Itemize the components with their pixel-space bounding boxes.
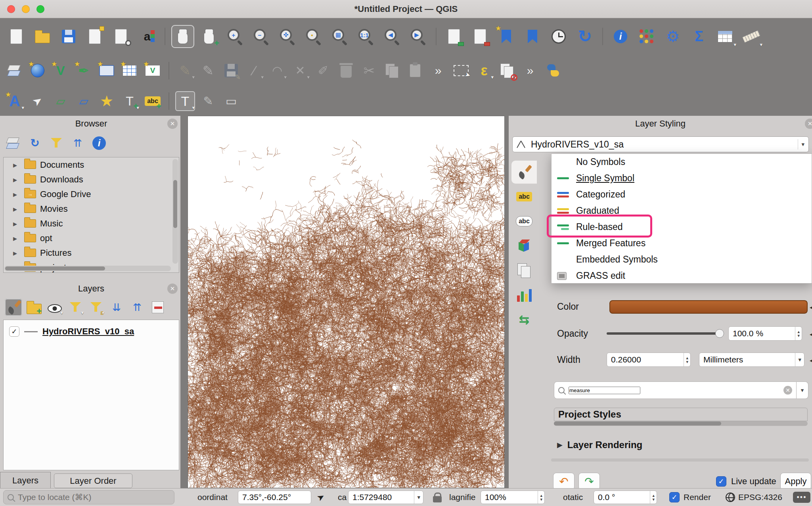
new-mesh-layer[interactable]: V★ — [143, 61, 163, 80]
symbol-search-input[interactable] — [569, 387, 640, 394]
save-layer-edits[interactable]: ✎ — [221, 61, 241, 80]
3d-view-tab[interactable] — [511, 234, 537, 257]
python-console[interactable] — [543, 61, 563, 80]
layer-checkbox[interactable]: ✓ — [9, 326, 19, 337]
stepper-icon[interactable]: ▴▾ — [795, 327, 802, 340]
remove-layer[interactable] — [149, 299, 167, 316]
zoom-out[interactable]: − — [250, 25, 273, 48]
text-annotation[interactable]: T+▾ — [120, 91, 140, 111]
zoom-in[interactable]: + — [224, 25, 247, 48]
new-3d-map-view[interactable] — [469, 25, 492, 48]
stepper-icon[interactable]: ▴▾ — [650, 491, 657, 504]
toolbar-overflow[interactable]: » — [428, 61, 448, 80]
expand-arrow-icon[interactable]: ▸ — [13, 204, 23, 214]
menu-item-rule-based[interactable]: Rule-based — [552, 219, 812, 235]
lock-scale-icon[interactable] — [433, 496, 442, 502]
new-spatialite-layer[interactable]: ★ — [97, 61, 117, 80]
filter-by-expression[interactable]: ε▾ — [87, 299, 105, 316]
scroll-left-icon[interactable]: ◀ — [810, 304, 812, 311]
symbol-search-box[interactable]: ✕ — [554, 381, 797, 399]
save-project[interactable] — [57, 25, 80, 48]
rotate-label[interactable]: ▱ — [74, 91, 94, 111]
statistical-summary[interactable]: Σ — [688, 25, 710, 48]
new-temporary-scratch-layer[interactable]: ✒★ — [74, 61, 94, 80]
width-spinbox[interactable]: ▴▾ — [607, 353, 691, 367]
history-tab[interactable]: ⇆ — [511, 308, 537, 331]
panel-scrollbar[interactable] — [551, 458, 809, 462]
add-circular-string[interactable]: ◠▾ — [267, 61, 287, 80]
browser-item-pictures[interactable]: ▸Pictures — [4, 245, 179, 260]
opacity-input[interactable] — [733, 329, 795, 338]
search-options-dropdown[interactable]: ▾ — [797, 381, 808, 399]
label-pointer[interactable]: ➤ — [28, 91, 48, 111]
pan-to-selection[interactable]: + — [197, 25, 220, 48]
project-styles-section[interactable]: Project Styles — [554, 408, 808, 421]
menu-item-merged-features[interactable]: Merged Features — [552, 235, 812, 251]
show-layout-manager[interactable] — [109, 25, 132, 48]
filter-browser[interactable] — [48, 134, 65, 152]
copy-features[interactable] — [382, 61, 402, 80]
refresh-browser[interactable]: ↻ — [26, 134, 44, 152]
minimize-window-button[interactable] — [22, 5, 30, 13]
browser-item-downloads[interactable]: ▸Downloads — [4, 172, 179, 187]
select-by-expression[interactable]: ε▾ — [474, 61, 494, 80]
messages-button[interactable]: ••• — [793, 492, 810, 503]
crs-globe-icon[interactable] — [726, 493, 735, 502]
menu-item-embedded-symbols[interactable]: Embedded Symbols — [552, 251, 812, 268]
apply-button[interactable]: Apply — [780, 473, 811, 490]
stepper-icon[interactable]: ▴▾ — [684, 353, 690, 366]
close-icon[interactable]: ✕ — [167, 284, 178, 294]
browser-item-documents[interactable]: ▸Documents — [4, 157, 179, 172]
width-input[interactable] — [611, 355, 684, 364]
filter-legend[interactable]: ▾ — [67, 299, 84, 316]
options[interactable]: ⚙ — [661, 25, 684, 48]
menu-item-categorized[interactable]: Categorized — [552, 186, 812, 203]
new-spatial-bookmark[interactable]: ★ — [495, 25, 518, 48]
expand-arrow-icon[interactable]: ▸ — [13, 160, 23, 170]
toolbar-overflow-2[interactable]: » — [520, 61, 540, 80]
new-virtual-layer[interactable]: ★ — [120, 61, 140, 80]
scroll-left-icon[interactable]: ◀ — [810, 331, 812, 338]
browser-horizontal-scrollbar[interactable] — [4, 266, 171, 271]
zoom-native-resolution[interactable]: 1:1 — [354, 25, 377, 48]
modify-attributes[interactable]: ✐ — [313, 61, 333, 80]
close-icon[interactable]: ✕ — [167, 119, 178, 129]
layer-rendering-section[interactable]: ▶ Layer Rendering — [557, 439, 642, 450]
text-annotation-tool[interactable]: T▾ — [175, 91, 195, 111]
diagrams-tab[interactable] — [511, 284, 537, 307]
slider-handle[interactable] — [715, 329, 724, 338]
move-label[interactable]: ▱ — [51, 91, 71, 111]
new-geopackage-layer[interactable]: ★ — [28, 61, 48, 80]
cut-features[interactable]: ✂ — [359, 61, 379, 80]
digitize-line[interactable]: ∕▾ — [244, 61, 264, 80]
refresh-map[interactable]: ↻ — [573, 25, 596, 48]
stepper-icon[interactable]: ▴▾ — [538, 491, 544, 504]
data-source-manager[interactable] — [5, 61, 25, 80]
tab-layer-order[interactable]: Layer Order — [54, 473, 132, 488]
manage-map-themes[interactable]: ▾ — [46, 299, 63, 316]
map-view[interactable] — [188, 116, 505, 488]
current-edits[interactable]: ✎▾ — [175, 61, 195, 80]
opacity-slider[interactable] — [607, 332, 722, 335]
new-map-view[interactable] — [442, 25, 465, 48]
browser-item-music[interactable]: ▸Music — [4, 216, 179, 231]
open-attribute-table[interactable]: ▾ — [714, 25, 737, 48]
collapse-all[interactable]: ⇈ — [69, 134, 86, 152]
zoom-to-layer[interactable]: ▦ — [328, 25, 351, 48]
show-spatial-bookmarks[interactable] — [521, 25, 544, 48]
scroll-left-icon[interactable]: ◀ — [810, 357, 812, 364]
zoom-last[interactable]: ◀ — [381, 25, 404, 48]
vertex-tool[interactable]: ✕▾ — [290, 61, 310, 80]
copy-move-features[interactable]: ▾ — [497, 61, 517, 80]
color-swatch[interactable] — [609, 300, 808, 314]
add-selected-layers[interactable] — [5, 134, 22, 152]
layer-labeling-options[interactable]: A★▾ — [5, 91, 25, 111]
identify-features[interactable]: i — [609, 25, 632, 48]
coordinate-input[interactable] — [242, 493, 311, 502]
delete-selected[interactable] — [336, 61, 356, 80]
rotation-spinbox[interactable]: ▴▾ — [594, 491, 657, 504]
zoom-to-selection[interactable]: ▪ — [302, 25, 325, 48]
expand-arrow-icon[interactable]: ▸ — [13, 190, 23, 199]
menu-item-single-symbol[interactable]: Single Symbol — [552, 170, 812, 186]
expand-all[interactable]: ⇊ — [108, 299, 125, 316]
